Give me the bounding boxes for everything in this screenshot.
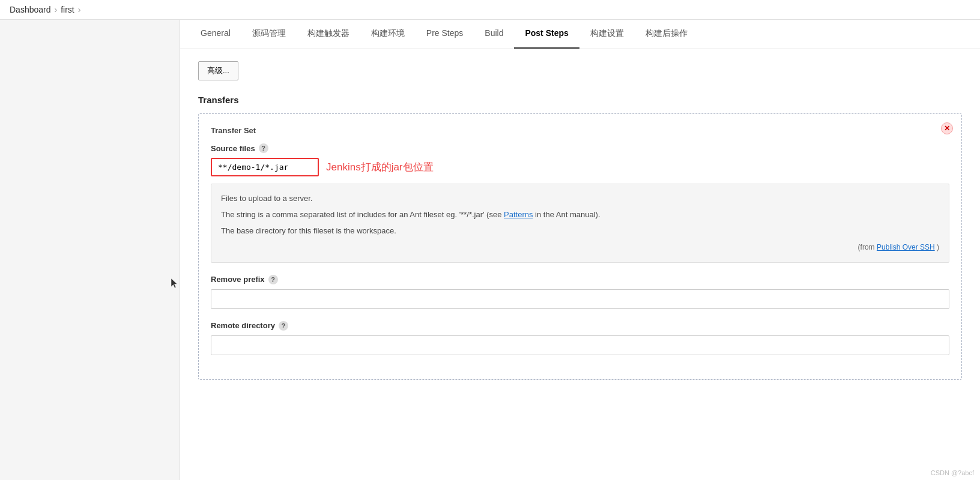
- tab-pre-steps[interactable]: Pre Steps: [416, 20, 474, 49]
- hint-line3: The base directory for this fileset is t…: [221, 225, 939, 238]
- watermark: CSDN @?abcf: [931, 469, 974, 476]
- remote-directory-group: Remote directory ?: [211, 321, 949, 355]
- hint-line1: Files to upload to a server.: [221, 193, 939, 205]
- breadcrumb-sep-1: ›: [55, 5, 58, 14]
- annotation-text: Jenkins打成的jar包位置: [326, 160, 434, 174]
- transfers-title: Transfers: [198, 95, 962, 105]
- remove-prefix-help-icon[interactable]: ?: [268, 275, 278, 284]
- breadcrumb-sep-2: ›: [78, 5, 81, 14]
- breadcrumb-first[interactable]: first: [61, 5, 74, 14]
- breadcrumb: Dashboard › first ›: [0, 0, 980, 20]
- hint-box: Files to upload to a server. The string …: [211, 184, 949, 263]
- mouse-cursor: [171, 278, 178, 289]
- tab-source[interactable]: 源码管理: [241, 20, 297, 49]
- source-files-input[interactable]: [211, 158, 319, 176]
- tab-general[interactable]: General: [190, 20, 241, 49]
- close-transfer-set-button[interactable]: ✕: [941, 122, 953, 134]
- advanced-button[interactable]: 高级...: [198, 61, 238, 80]
- remote-directory-input[interactable]: [211, 335, 949, 355]
- main-content: General 源码管理 构建触发器 构建环境 Pre Steps Build …: [180, 20, 980, 480]
- sidebar: [0, 20, 180, 480]
- hint-line2: The string is a comma separated list of …: [221, 209, 939, 221]
- hint-from: (from Publish Over SSH ): [221, 242, 939, 253]
- source-files-label: Source files ?: [211, 143, 949, 153]
- transfer-set-label: Transfer Set: [211, 126, 949, 135]
- source-files-row: Jenkins打成的jar包位置: [211, 158, 949, 176]
- tab-build-settings[interactable]: 构建设置: [579, 20, 635, 49]
- breadcrumb-dashboard[interactable]: Dashboard: [10, 5, 51, 14]
- remove-prefix-label: Remove prefix ?: [211, 275, 949, 284]
- remote-directory-label: Remote directory ?: [211, 321, 949, 331]
- remove-prefix-input[interactable]: [211, 289, 949, 309]
- remove-prefix-group: Remove prefix ?: [211, 275, 949, 309]
- patterns-link[interactable]: Patterns: [504, 210, 533, 219]
- tab-bar: General 源码管理 构建触发器 构建环境 Pre Steps Build …: [180, 20, 980, 49]
- tab-post-steps[interactable]: Post Steps: [514, 20, 579, 49]
- tab-post-build[interactable]: 构建后操作: [635, 20, 698, 49]
- transfer-set-card: Transfer Set ✕ Source files ? Jenkins打成的…: [198, 113, 962, 380]
- scroll-area[interactable]: 高级... Transfers Transfer Set ✕ Source fi…: [180, 49, 980, 480]
- tab-env[interactable]: 构建环境: [360, 20, 416, 49]
- source-files-help-icon[interactable]: ?: [259, 143, 268, 153]
- tab-build[interactable]: Build: [474, 20, 514, 49]
- tab-triggers[interactable]: 构建触发器: [297, 20, 360, 49]
- publish-over-ssh-link[interactable]: Publish Over SSH: [877, 243, 935, 251]
- remote-directory-help-icon[interactable]: ?: [279, 321, 288, 331]
